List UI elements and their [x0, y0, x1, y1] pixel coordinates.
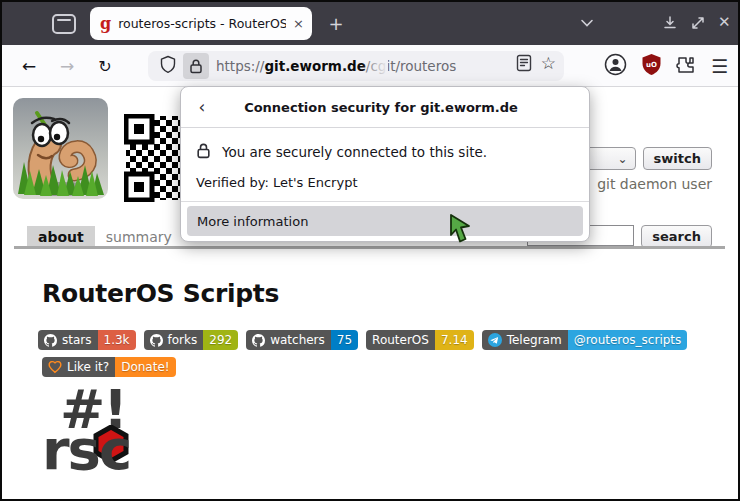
list-all-tabs-icon[interactable]	[580, 15, 594, 34]
ublock-origin-icon[interactable]: uO	[641, 53, 662, 80]
github-icon	[252, 334, 265, 347]
popup-title: Connection security for git.eworm.de	[217, 100, 545, 115]
tabbar-divider	[14, 246, 725, 249]
restore-window-icon[interactable]	[690, 15, 706, 35]
tab-bar: g routeros-scripts - RouterOS × + ✕	[2, 2, 738, 45]
eworm-logo-image[interactable]	[12, 97, 109, 204]
site-security-lock-icon[interactable]	[183, 53, 209, 79]
badge-label: stars	[62, 333, 92, 347]
reload-button[interactable]: ↻	[92, 54, 118, 80]
repo-owner-label: git daemon user	[597, 176, 712, 192]
search-button[interactable]: search	[641, 225, 712, 248]
badge-label: Telegram	[507, 333, 562, 347]
routeros-badge[interactable]: RouterOS 7.14	[366, 330, 474, 350]
badge-value: Donate!	[115, 357, 175, 377]
chevron-down-icon: ⌄	[618, 152, 628, 166]
switch-button[interactable]: switch	[643, 147, 712, 170]
back-button[interactable]: ←	[16, 54, 42, 80]
popup-header: ‹ Connection security for git.eworm.de	[181, 87, 589, 128]
badge-value: 75	[331, 330, 358, 350]
active-tab[interactable]: g routeros-scripts - RouterOS ×	[90, 7, 312, 40]
forward-button: →	[54, 54, 80, 80]
extensions-puzzle-icon[interactable]	[676, 54, 697, 79]
badge-label: RouterOS	[372, 333, 429, 347]
tracking-shield-icon[interactable]	[159, 55, 177, 78]
tab-title: routeros-scripts - RouterOS	[118, 16, 286, 31]
donate-badge[interactable]: Like it? Donate!	[42, 357, 176, 377]
mouse-cursor	[449, 214, 473, 248]
verified-by-text: Verified by: Let's Encrypt	[196, 175, 589, 190]
more-information-item[interactable]: More information	[187, 206, 583, 236]
badge-row-1: stars 1.3k forks 292 watchers 75 RouterO…	[38, 330, 687, 350]
popup-back-icon[interactable]: ‹	[187, 97, 217, 117]
page-title: RouterOS Scripts	[42, 279, 279, 308]
bookmark-star-icon[interactable]: ☆	[541, 55, 556, 72]
rsc-logo-image: #! rsc	[42, 392, 152, 492]
badge-value: 7.14	[435, 330, 474, 350]
cgit-favicon-icon: g	[100, 16, 111, 32]
url-fade	[362, 53, 388, 79]
github-icon	[44, 334, 57, 347]
telegram-badge[interactable]: Telegram @routeros_scripts	[482, 330, 688, 350]
badge-row-2: Like it? Donate!	[42, 357, 176, 377]
reader-mode-icon[interactable]	[516, 54, 532, 72]
menu-hamburger-icon[interactable]: ☰	[711, 57, 728, 76]
url-host: git.eworm.de	[264, 58, 365, 74]
tab-close-icon[interactable]: ×	[293, 16, 304, 31]
close-window-icon[interactable]: ✕	[718, 13, 731, 31]
badge-label: Like it?	[67, 360, 109, 374]
url-scheme: https://	[216, 58, 264, 74]
url-text: https://git.eworm.de/cgit/routeros-scrip…	[216, 58, 456, 74]
svg-text:uO: uO	[646, 61, 657, 69]
downloads-icon[interactable]	[662, 15, 678, 35]
stars-badge[interactable]: stars 1.3k	[38, 330, 136, 350]
popup-divider	[181, 201, 589, 202]
badge-label: forks	[168, 333, 198, 347]
new-tab-button[interactable]: +	[324, 12, 348, 36]
secure-connection-text: You are securely connected to this site.	[222, 144, 487, 160]
url-bar[interactable]: https://git.eworm.de/cgit/routeros-scrip…	[148, 51, 564, 81]
account-icon[interactable]	[604, 53, 627, 80]
badge-value: 292	[203, 330, 238, 350]
badge-value: @routeros_scripts	[568, 330, 688, 350]
github-icon	[150, 334, 163, 347]
badge-label: watchers	[270, 333, 325, 347]
rsc-logo-text: rsc	[42, 417, 130, 482]
watchers-badge[interactable]: watchers 75	[246, 330, 358, 350]
forks-badge[interactable]: forks 292	[144, 330, 239, 350]
connection-security-popup: ‹ Connection security for git.eworm.de Y…	[180, 86, 590, 242]
firefox-view-icon[interactable]	[52, 14, 76, 34]
telegram-icon	[488, 333, 502, 347]
navigation-toolbar: ← → ↻ https://git.eworm.de/cgit/routeros…	[2, 45, 738, 87]
lock-icon	[196, 142, 211, 162]
heart-icon	[48, 361, 62, 374]
browser-window: g routeros-scripts - RouterOS × + ✕ ← → …	[0, 0, 740, 501]
badge-value: 1.3k	[98, 330, 136, 350]
